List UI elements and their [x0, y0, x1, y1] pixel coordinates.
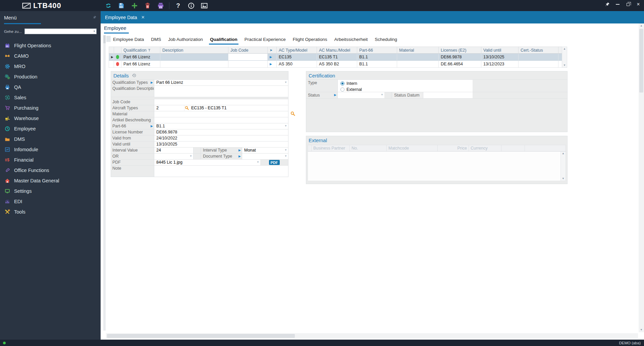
cell-licenses[interactable]: DE66.9878 — [439, 54, 481, 61]
table-row[interactable]: Part 66 Lizenz ▶ AS 350 AS 350 B2 B1.1 D… — [109, 61, 562, 68]
sidebar-item-mro[interactable]: MRO — [0, 61, 101, 71]
expand-arrow-icon[interactable]: ▶ — [238, 149, 241, 152]
chevron-down-icon[interactable]: ▼ — [381, 94, 383, 96]
goto-combobox[interactable]: ▼ — [24, 28, 97, 34]
tab-employee-data[interactable]: Employee Data — [112, 36, 145, 44]
chevron-down-icon[interactable]: ▼ — [284, 81, 287, 84]
sidebar-item-employee[interactable]: Employee — [0, 123, 101, 134]
cell-cert-status[interactable] — [519, 54, 558, 61]
chevron-down-icon[interactable]: ▼ — [284, 149, 287, 152]
cell-jump[interactable]: ▶ — [268, 54, 277, 61]
note-input[interactable] — [154, 166, 288, 177]
tab-arbeitssicherheit[interactable]: Arbeitssicherheit — [333, 36, 369, 44]
scrollbar-thumb[interactable] — [107, 334, 295, 338]
ext-col-price[interactable]: Price — [438, 145, 469, 152]
cell-material[interactable] — [397, 54, 439, 61]
print-button[interactable] — [154, 0, 167, 11]
tab-close-icon[interactable]: ✕ — [141, 15, 145, 20]
material-input[interactable] — [154, 111, 288, 117]
status-datum-input[interactable] — [423, 92, 473, 98]
ext-col-matchcode[interactable]: Matchcode — [387, 145, 438, 152]
cell-cert-status[interactable] — [519, 61, 558, 68]
scroll-up-icon[interactable]: ▲ — [640, 24, 643, 27]
cell-qualification[interactable]: Part 66 Lizenz — [121, 61, 160, 68]
chevron-down-icon[interactable]: ▼ — [190, 155, 192, 158]
radio-option-intern[interactable]: Intern — [340, 80, 470, 86]
col-valid-until[interactable]: Valid until — [481, 47, 519, 54]
cell-ac-type[interactable]: EC135 — [277, 54, 317, 61]
cell-licenses[interactable]: DE.66.4654 — [439, 61, 481, 68]
close-button[interactable]: × — [635, 1, 642, 8]
restore-button[interactable] — [624, 1, 632, 8]
interval-type-combobox[interactable]: Monat▼ — [242, 148, 288, 153]
goto-input[interactable] — [25, 29, 96, 34]
valid-from-input[interactable]: 24/10/2022 — [154, 135, 288, 141]
aircraft-types-search-button[interactable] — [184, 105, 189, 111]
grid-scrollbar[interactable]: ▲ ▼ — [562, 47, 567, 68]
save-button[interactable] — [115, 0, 128, 11]
jump-arrow-icon[interactable]: ▶ — [270, 61, 272, 67]
sidebar-pin-button[interactable] — [92, 15, 97, 21]
cell-description[interactable] — [160, 54, 228, 61]
artikel-beschreibung-input[interactable] — [154, 117, 288, 123]
license-number-input[interactable]: DE66.9878 — [154, 129, 288, 135]
splitter-bar[interactable] — [103, 35, 106, 331]
sidebar-item-warehouse[interactable]: Warehouse — [0, 113, 101, 123]
document-tab-employee-data[interactable]: Employee Data ✕ — [101, 15, 145, 20]
scroll-down-icon[interactable]: ▼ — [562, 177, 565, 180]
col-job-code[interactable]: Job Code — [228, 47, 268, 54]
sidebar-item-master-data-general[interactable]: Master Data General — [0, 175, 101, 186]
external-scrollbar[interactable]: ▲ ▼ — [560, 152, 566, 181]
col-qualification[interactable]: Qualification — [121, 47, 160, 54]
scrollbar-thumb[interactable] — [639, 29, 643, 93]
ext-col-currency[interactable]: Currency — [469, 145, 501, 152]
col-description[interactable]: Description — [160, 47, 228, 54]
external-grid-body[interactable]: ▲ ▼ — [308, 152, 566, 181]
aircraft-types-count[interactable]: 2 — [154, 105, 184, 111]
col-cert-status[interactable]: Cert.-Status — [519, 47, 558, 54]
refresh-button[interactable] — [102, 0, 115, 11]
tab-scheduling[interactable]: Scheduling — [374, 36, 398, 44]
sidebar-item-production[interactable]: Production — [0, 71, 101, 82]
sidebar-item-edi[interactable]: EDI — [0, 196, 101, 207]
job-code-input[interactable] — [154, 99, 288, 105]
cell-material[interactable] — [397, 61, 439, 68]
sidebar-item-office-functions[interactable]: Office Functions — [0, 165, 101, 175]
expand-arrow-icon[interactable]: ▶ — [238, 155, 241, 158]
cell-job-code[interactable] — [228, 61, 268, 68]
part-66-combobox[interactable]: B1.1▼ — [154, 123, 288, 129]
chevron-down-icon[interactable]: ▼ — [284, 155, 287, 158]
pdf-open-button[interactable]: PDF — [269, 160, 280, 165]
sidebar-item-settings[interactable]: Settings — [0, 186, 101, 196]
delete-button[interactable] — [141, 0, 154, 11]
sidebar-item-dms[interactable]: DMS — [0, 134, 101, 144]
cell-qualification[interactable]: Part 66 Lizenz — [121, 54, 160, 61]
cell-part66[interactable]: B1.1 — [357, 61, 397, 68]
col-ac-type-model[interactable]: AC Type/Model — [277, 47, 317, 54]
tab-job-authorization[interactable]: Job Authorization — [167, 36, 204, 44]
qualification-types-combobox[interactable]: Part 66 Lizenz▼ — [154, 80, 288, 85]
sidebar-item-purchasing[interactable]: Purchasing — [0, 103, 101, 113]
or-combobox[interactable]: ▼ — [154, 154, 193, 159]
chevron-down-icon[interactable]: ▼ — [284, 125, 287, 127]
splitter-handle[interactable] — [103, 35, 106, 43]
table-row[interactable]: ▶ Part 66 Lizenz ▶ EC135 EC135 T1 B1.1 D… — [109, 54, 562, 61]
master-tab-employee[interactable]: Employee — [104, 25, 126, 31]
status-combobox[interactable]: ▼ — [337, 92, 384, 98]
image-button[interactable] — [198, 0, 211, 11]
cell-jump[interactable]: ▶ — [268, 61, 277, 68]
tab-dms[interactable]: DMS — [150, 36, 162, 44]
cell-part66[interactable]: B1.1 — [357, 54, 397, 61]
radio-selected-icon[interactable] — [340, 81, 344, 85]
expand-arrow-icon[interactable]: ▶ — [334, 93, 336, 97]
help-button[interactable]: ? — [171, 0, 184, 11]
cell-valid-until[interactable]: 13/10/2025 — [481, 54, 519, 61]
radio-unselected-icon[interactable] — [340, 88, 344, 92]
tab-qualification[interactable]: Qualification — [209, 36, 238, 44]
qualification-description-input[interactable] — [154, 86, 288, 97]
scroll-up-icon[interactable]: ▲ — [562, 152, 565, 155]
col-part-66[interactable]: Part-66 — [357, 47, 397, 54]
tab-flight-operations[interactable]: Flight Operations — [292, 36, 328, 44]
sidebar-item-tools[interactable]: Tools — [0, 207, 101, 217]
chevron-down-icon[interactable]: ▼ — [93, 30, 96, 33]
